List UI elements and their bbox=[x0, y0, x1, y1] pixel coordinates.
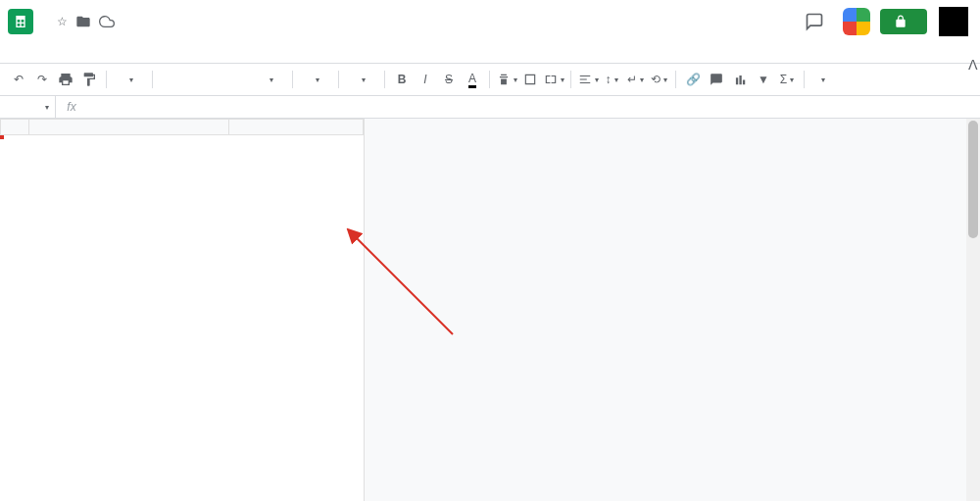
comment-button[interactable] bbox=[706, 67, 727, 92]
functions-button[interactable]: Σ bbox=[776, 67, 798, 92]
fx-icon: fx bbox=[56, 100, 87, 114]
title-bar: ☆ bbox=[0, 0, 980, 37]
rotate-button[interactable]: ⟲ bbox=[648, 67, 669, 92]
col-header-b[interactable] bbox=[229, 120, 364, 135]
currency-button[interactable] bbox=[159, 67, 180, 92]
zoom-dropdown[interactable] bbox=[113, 67, 146, 92]
toolbar: ↶ ↷ B I S A ↕ ↵ ⟲ 🔗 ▼ Σ ᐱ bbox=[0, 63, 980, 96]
text-color-button[interactable]: A bbox=[462, 67, 483, 92]
sheets-logo[interactable] bbox=[8, 9, 33, 34]
wrap-button[interactable]: ↵ bbox=[624, 67, 646, 92]
empty-grid-area[interactable] bbox=[364, 119, 980, 501]
borders-button[interactable] bbox=[519, 67, 541, 92]
font-size-dropdown[interactable] bbox=[345, 67, 378, 92]
halign-button[interactable] bbox=[577, 67, 599, 92]
chart-button[interactable] bbox=[729, 67, 751, 92]
select-all-corner[interactable] bbox=[1, 120, 29, 135]
percent-button[interactable] bbox=[182, 67, 204, 92]
scrollbar-thumb[interactable] bbox=[968, 121, 978, 238]
annotation-highlight-box bbox=[0, 135, 4, 139]
move-icon[interactable] bbox=[75, 14, 91, 29]
comment-history-icon[interactable] bbox=[802, 9, 827, 34]
valign-button[interactable]: ↕ bbox=[601, 67, 622, 92]
decrease-decimal-button[interactable] bbox=[206, 67, 227, 92]
increase-decimal-button[interactable] bbox=[229, 67, 251, 92]
fill-color-button[interactable] bbox=[496, 67, 517, 92]
ime-button[interactable] bbox=[810, 67, 832, 92]
menu-bar bbox=[0, 37, 980, 63]
italic-button[interactable]: I bbox=[415, 67, 436, 92]
filter-button[interactable]: ▼ bbox=[753, 67, 774, 92]
share-button[interactable] bbox=[880, 9, 927, 34]
vertical-scrollbar[interactable] bbox=[966, 119, 980, 501]
col-header-a[interactable] bbox=[29, 120, 229, 135]
font-dropdown[interactable] bbox=[299, 67, 332, 92]
meet-icon[interactable] bbox=[843, 8, 870, 35]
name-box[interactable] bbox=[0, 96, 56, 118]
print-button[interactable] bbox=[55, 67, 76, 92]
toolbar-collapse-icon[interactable]: ᐱ bbox=[968, 57, 978, 73]
formula-bar: fx bbox=[0, 96, 980, 119]
cloud-icon[interactable] bbox=[99, 14, 115, 29]
paint-format-button[interactable] bbox=[78, 67, 100, 92]
merge-button[interactable] bbox=[543, 67, 564, 92]
grid[interactable] bbox=[0, 119, 364, 501]
link-button[interactable]: 🔗 bbox=[682, 67, 704, 92]
star-icon[interactable]: ☆ bbox=[57, 15, 68, 28]
strike-button[interactable]: S bbox=[438, 67, 460, 92]
sheet-area bbox=[0, 119, 980, 501]
account-avatar[interactable] bbox=[939, 7, 968, 36]
more-formats-dropdown[interactable] bbox=[253, 67, 286, 92]
undo-button[interactable]: ↶ bbox=[8, 67, 29, 92]
redo-button[interactable]: ↷ bbox=[31, 67, 53, 92]
bold-button[interactable]: B bbox=[391, 67, 413, 92]
